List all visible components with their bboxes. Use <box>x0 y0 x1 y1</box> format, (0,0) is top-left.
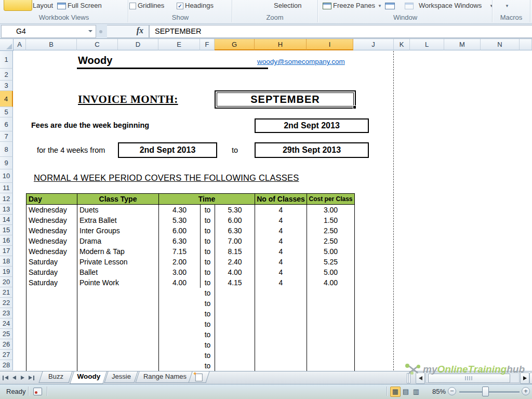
row-header-9[interactable]: 9 <box>0 157 13 169</box>
row-header-19[interactable]: 19 <box>0 267 13 277</box>
zoom-level[interactable]: 85% <box>428 388 446 395</box>
row-header-13[interactable]: 13 <box>0 204 13 215</box>
header-day[interactable]: Day <box>26 194 77 205</box>
cell-class-type[interactable] <box>77 329 159 340</box>
cell-no-of-classes[interactable]: 4 <box>255 277 307 288</box>
cell-day[interactable] <box>26 288 77 298</box>
cell-time-start[interactable] <box>159 288 201 298</box>
last-sheet-button[interactable] <box>27 373 35 382</box>
column-header-J[interactable]: J <box>353 39 394 50</box>
cell-day[interactable]: Saturday <box>26 277 77 288</box>
cell-time-start[interactable]: 4.00 <box>159 277 201 288</box>
cell-time-end[interactable] <box>215 340 255 350</box>
cell-to[interactable]: to <box>201 257 215 267</box>
column-header-M[interactable]: M <box>444 39 481 50</box>
row-header-23[interactable]: 23 <box>0 308 13 318</box>
cell-no-of-classes[interactable] <box>255 319 307 329</box>
cell-cost-per-class[interactable] <box>307 298 354 309</box>
cell-day[interactable] <box>26 309 77 319</box>
period-label-cell[interactable]: for the 4 weeks from <box>37 146 105 154</box>
cell-to[interactable]: to <box>201 361 215 371</box>
freeze-panes-button[interactable]: Freeze Panes <box>333 2 375 9</box>
cell-to[interactable]: to <box>201 309 215 319</box>
row-header-11[interactable]: 11 <box>0 183 13 193</box>
row-header-7[interactable]: 7 <box>0 131 13 142</box>
zoom-out-button[interactable]: − <box>448 387 456 395</box>
row-header-1[interactable]: 1 <box>0 51 13 69</box>
cell-class-type[interactable]: Extra Ballet <box>77 215 159 225</box>
cell-time-end[interactable]: 2.40 <box>215 257 255 267</box>
column-header-N[interactable]: N <box>481 39 520 50</box>
cell-time-end[interactable] <box>215 350 255 361</box>
column-header-H[interactable]: H <box>255 39 307 50</box>
sheet-canvas[interactable]: Woody woody@somecompany.com INVOICE MONT… <box>14 51 532 371</box>
cell-no-of-classes[interactable] <box>255 340 307 350</box>
hscroll-thumb[interactable] <box>428 374 510 383</box>
cell-cost-per-class[interactable] <box>307 361 354 371</box>
hscroll-right-button[interactable] <box>520 373 529 384</box>
row-header-12[interactable]: 12 <box>0 193 13 204</box>
cell-cost-per-class[interactable]: 2.50 <box>307 225 354 236</box>
cell-to[interactable]: to <box>201 246 215 257</box>
cell-time-start[interactable]: 7.15 <box>159 246 201 257</box>
zoom-in-button[interactable]: + <box>522 387 530 395</box>
cell-no-of-classes[interactable] <box>255 361 307 371</box>
row-header-15[interactable]: 15 <box>0 225 13 235</box>
cell-to[interactable]: to <box>201 319 215 329</box>
cell-cost-per-class[interactable] <box>307 329 354 340</box>
gridlines-checkbox-label[interactable]: Gridlines <box>138 2 164 9</box>
column-header-L[interactable]: L <box>410 39 444 50</box>
formula-bar-resize-dot[interactable] <box>99 30 102 33</box>
macro-record-icon[interactable] <box>33 388 42 395</box>
macros-caret-icon[interactable]: ▼ <box>505 4 509 8</box>
period-end-cell[interactable]: 29th Sept 2013 <box>255 142 369 158</box>
cell-day[interactable] <box>26 350 77 361</box>
column-header-I[interactable]: I <box>307 39 353 50</box>
cell-cost-per-class[interactable]: 5.25 <box>307 257 354 267</box>
cell-time-end[interactable]: 6.00 <box>215 215 255 225</box>
column-header-C[interactable]: C <box>77 39 118 50</box>
row-header-18[interactable]: 18 <box>0 256 13 267</box>
email-link[interactable]: woody@somecompany.com <box>257 58 345 65</box>
row-header-6[interactable]: 6 <box>0 117 13 131</box>
cell-time-end[interactable]: 4.00 <box>215 267 255 277</box>
cell-time-start[interactable] <box>159 350 201 361</box>
cell-cost-per-class[interactable]: 1.50 <box>307 215 354 225</box>
page-layout-view-shortcut[interactable]: ▤ <box>401 387 411 397</box>
cell-time-start[interactable] <box>159 319 201 329</box>
invoice-month-value-cell[interactable]: SEPTEMBER <box>215 90 356 109</box>
sheet-tab-range-names[interactable]: Range Names <box>135 371 194 383</box>
row-header-21[interactable]: 21 <box>0 287 13 298</box>
page-layout-label[interactable]: Layout <box>33 2 53 9</box>
cell-class-type[interactable] <box>77 309 159 319</box>
gridlines-checkbox[interactable] <box>129 3 136 9</box>
cell-day[interactable] <box>26 298 77 309</box>
cell-time-start[interactable]: 3.00 <box>159 267 201 277</box>
cell-to[interactable]: to <box>201 350 215 361</box>
cell-cost-per-class[interactable] <box>307 340 354 350</box>
fees-due-label-cell[interactable]: Fees are due the week beginning <box>31 121 149 129</box>
cell-no-of-classes[interactable]: 4 <box>255 236 307 246</box>
cell-time-end[interactable]: 7.00 <box>215 236 255 246</box>
cell-to[interactable]: to <box>201 288 215 298</box>
header-cost-per-class[interactable]: Cost per Class <box>307 194 354 205</box>
cell-class-type[interactable]: Pointe Work <box>77 277 159 288</box>
cell-day[interactable]: Wednesday <box>26 205 77 215</box>
zoom-slider-thumb[interactable] <box>482 387 489 396</box>
cell-no-of-classes[interactable] <box>255 329 307 340</box>
page-break-preview-button[interactable]: ▥ <box>411 387 421 397</box>
column-header-D[interactable]: D <box>118 39 158 50</box>
cell-time-end[interactable] <box>215 309 255 319</box>
cell-day[interactable]: Wednesday <box>26 215 77 225</box>
workspace-windows-button[interactable]: Workspace Windows <box>419 2 482 9</box>
cell-time-start[interactable]: 6.00 <box>159 225 201 236</box>
row-header-14[interactable]: 14 <box>0 215 13 225</box>
first-sheet-button[interactable] <box>2 373 10 382</box>
cell-time-start[interactable] <box>159 340 201 350</box>
cell-no-of-classes[interactable]: 4 <box>255 205 307 215</box>
cell-class-type[interactable]: Modern & Tap <box>77 246 159 257</box>
cell-no-of-classes[interactable] <box>255 350 307 361</box>
sheet-tab-woody[interactable]: Woody <box>70 371 107 384</box>
formula-input[interactable]: SEPTEMBER <box>149 25 532 38</box>
cell-day[interactable] <box>26 361 77 371</box>
